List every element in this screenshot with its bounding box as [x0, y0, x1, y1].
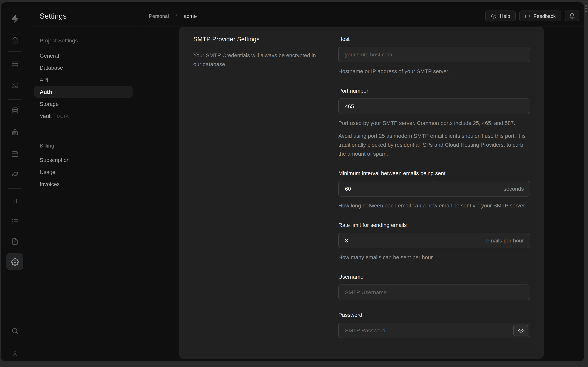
supabase-logo[interactable]: [6, 10, 23, 27]
sidebar-title: Settings: [29, 2, 138, 26]
database-icon: [11, 106, 19, 114]
password-group: Password: [338, 312, 530, 338]
lock-icon: [11, 128, 19, 136]
rail-item-reports[interactable]: [6, 192, 23, 209]
host-group: Host Hostname or IP address of your SMTP…: [338, 36, 530, 76]
sidebar-item-invoices[interactable]: Invoices: [34, 178, 133, 190]
username-label: Username: [338, 274, 530, 280]
table-editor-icon: [11, 60, 19, 68]
password-input[interactable]: [338, 323, 530, 338]
scrollbar-thumb[interactable]: [585, 5, 587, 12]
section-description: Your SMTP Credentials will always be enc…: [193, 51, 325, 69]
billing-items: Subscription Usage Invoices: [29, 154, 138, 190]
smtp-form: Host Hostname or IP address of your SMTP…: [338, 36, 530, 359]
sidebar-item-database[interactable]: Database: [34, 61, 133, 74]
rail-item-database[interactable]: [6, 101, 23, 119]
sidebar-section-project-settings: Project Settings: [29, 37, 138, 44]
settings-sidebar: Settings Project Settings General Databa…: [29, 2, 138, 361]
feedback-bubble-icon: [525, 13, 531, 19]
username-group: Username: [338, 274, 530, 300]
port-group: Port number Port used by your SMTP serve…: [338, 88, 530, 158]
topbar: Personal / acme Help: [138, 2, 584, 26]
sidebar-section-billing: Billing: [29, 142, 138, 149]
rail-item-sql-editor[interactable]: [6, 77, 23, 94]
content-body: SMTP Provider Settings Your SMTP Credent…: [138, 26, 584, 361]
sidebar-item-general[interactable]: General: [34, 50, 133, 61]
bell-icon: [569, 13, 575, 19]
breadcrumb-separator: /: [176, 13, 177, 19]
section-title: SMTP Provider Settings: [193, 36, 325, 43]
logs-list-icon: [11, 217, 19, 225]
bar-chart-icon: [11, 197, 19, 205]
document-icon: [11, 237, 19, 245]
username-input[interactable]: [338, 284, 530, 300]
screen: Settings Project Settings General Databa…: [0, 0, 588, 367]
rail-item-auth[interactable]: [6, 123, 23, 141]
rail-item-settings[interactable]: [6, 253, 23, 270]
port-input[interactable]: [338, 99, 530, 114]
port-help-secondary: Avoid using port 25 as modern SMTP email…: [338, 132, 530, 158]
help-button[interactable]: Help: [485, 10, 516, 21]
sidebar-item-vault[interactable]: Vault BETA: [34, 110, 133, 122]
host-help: Hostname or IP address of your SMTP serv…: [338, 67, 530, 76]
gear-icon: [11, 258, 19, 266]
sidebar-divider: [29, 131, 138, 131]
rail-item-edge-functions[interactable]: [6, 165, 23, 183]
interval-group: Minimum interval between emails being se…: [338, 170, 530, 210]
rail-item-user[interactable]: [6, 345, 23, 361]
rate-help: How many emails can be sent per hour.: [338, 253, 530, 262]
toggle-password-visibility-button[interactable]: [513, 325, 528, 336]
eye-icon: [518, 327, 524, 333]
rate-input[interactable]: [338, 233, 530, 248]
interval-help: How long between each email can a new em…: [338, 201, 530, 210]
project-settings-items: General Database API Auth Storage Vault …: [29, 50, 138, 122]
feedback-button[interactable]: Feedback: [519, 10, 561, 21]
sidebar-item-api[interactable]: API: [34, 74, 133, 86]
rail-item-storage[interactable]: [6, 145, 23, 162]
host-label: Host: [338, 36, 530, 42]
home-icon: [11, 36, 19, 44]
notifications-button[interactable]: [565, 10, 580, 21]
rate-group: Rate limit for sending emails emails per…: [338, 222, 530, 262]
user-icon: [11, 349, 19, 358]
breadcrumb-project[interactable]: acme: [184, 13, 197, 19]
rail-item-home[interactable]: [6, 32, 23, 49]
section-intro: SMTP Provider Settings Your SMTP Credent…: [193, 36, 325, 359]
interval-label: Minimum interval between emails being se…: [338, 170, 530, 176]
port-label: Port number: [338, 88, 530, 94]
smtp-settings-card: SMTP Provider Settings Your SMTP Credent…: [179, 27, 544, 359]
sidebar-item-storage[interactable]: Storage: [34, 98, 133, 110]
sidebar-item-subscription[interactable]: Subscription: [34, 154, 133, 166]
password-label: Password: [338, 312, 530, 318]
rate-label: Rate limit for sending emails: [338, 222, 530, 228]
rail-divider: [8, 51, 22, 52]
breadcrumb-org[interactable]: Personal: [149, 13, 169, 19]
edge-functions-icon: [11, 170, 19, 178]
topbar-actions: Help Feedback: [485, 10, 580, 21]
host-input[interactable]: [338, 47, 530, 62]
port-help: Port used by your SMTP server. Common po…: [338, 119, 530, 128]
rail-item-logs[interactable]: [6, 212, 23, 230]
feedback-button-label: Feedback: [533, 13, 556, 19]
rail-item-table-editor[interactable]: [6, 56, 23, 73]
terminal-icon: [11, 81, 19, 89]
rail-divider: [8, 188, 22, 189]
rail-item-search[interactable]: [6, 322, 23, 339]
icon-rail: [1, 2, 29, 361]
interval-input[interactable]: [338, 181, 530, 197]
sidebar-item-auth[interactable]: Auth: [34, 86, 133, 98]
beta-badge: BETA: [57, 113, 69, 118]
sidebar-item-usage[interactable]: Usage: [34, 166, 133, 178]
storage-folder-icon: [11, 149, 19, 158]
help-button-label: Help: [500, 13, 510, 19]
help-circle-icon: [491, 13, 497, 19]
search-icon: [11, 327, 19, 335]
rail-divider: [8, 99, 22, 100]
main-area: Personal / acme Help: [138, 2, 584, 361]
app-window: Settings Project Settings General Databa…: [1, 2, 584, 361]
rail-item-docs[interactable]: [6, 233, 23, 250]
supabase-logo-icon: [10, 14, 19, 23]
